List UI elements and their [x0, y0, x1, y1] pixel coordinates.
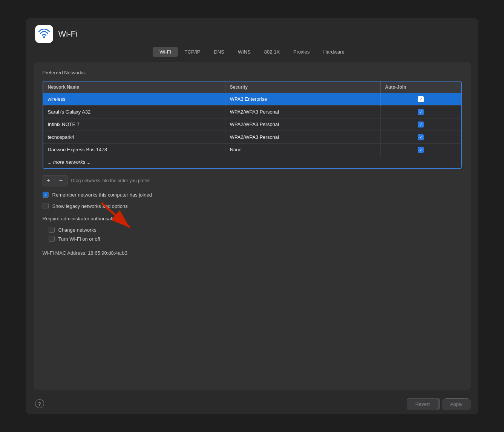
col-network-name: Network Name [43, 81, 225, 93]
network-name-cell: wireless [43, 93, 225, 106]
overflow-hint: ... more networks ... [43, 156, 461, 168]
table-row[interactable]: Daewoo Express Bus-1478None✓ [43, 143, 461, 156]
remember-networks-label: Remember networks this computer has join… [52, 192, 152, 198]
tab-bar: Wi-Fi TCP/IP DNS WINS 802.1X Proxies Har… [26, 47, 478, 57]
title-bar: Wi-Fi [26, 18, 478, 47]
change-networks-row: ✓ Change networks [49, 227, 462, 233]
network-name-cell: Infinix NOTE 7 [43, 118, 225, 131]
turn-wifi-label: Turn Wi-Fi on or off [58, 236, 100, 242]
network-table: Network Name Security Auto-Join wireless… [43, 81, 461, 169]
auto-join-cell: ✓ [380, 143, 461, 156]
mac-address-label: Wi-Fi MAC Address: [43, 250, 88, 256]
security-cell: WPA3 Enterprise [225, 93, 380, 106]
remember-networks-row: ✓ Remember networks this computer has jo… [43, 192, 462, 198]
auto-join-checkbox[interactable]: ✓ [418, 121, 424, 128]
mac-address-value: 18:65:90:d8:4a:b3 [88, 250, 127, 256]
add-network-button[interactable]: + [43, 175, 55, 186]
table-row[interactable]: Infinix NOTE 7WPA2/WPA3 Personal✓ [43, 118, 461, 131]
auto-join-cell: ✓ [380, 106, 461, 118]
security-cell: WPA2/WPA3 Personal [225, 131, 380, 144]
show-legacy-label: Show legacy networks and options [52, 203, 128, 209]
network-name-cell: tecnospark4 [43, 131, 225, 144]
outer-bottom-bar: Revert Apply [400, 394, 478, 414]
tab-wifi[interactable]: Wi-Fi [153, 47, 178, 57]
security-cell: None [225, 143, 380, 156]
drag-hint: Drag networks into the order you prefer. [71, 178, 151, 183]
change-networks-checkbox[interactable]: ✓ [49, 227, 55, 233]
auto-join-checkbox[interactable]: ✓ [418, 134, 424, 140]
main-window: Wi-Fi Wi-Fi TCP/IP DNS WINS 802.1X Proxi… [26, 18, 478, 414]
auto-join-checkbox[interactable]: ✓ [418, 109, 424, 115]
tab-tcpip[interactable]: TCP/IP [178, 47, 207, 57]
col-security: Security [225, 81, 380, 93]
tab-wins[interactable]: WINS [231, 47, 257, 57]
turn-wifi-row: ✓ Turn Wi-Fi on or off [49, 236, 462, 242]
svg-point-0 [43, 36, 45, 38]
table-header-row: Network Name Security Auto-Join [43, 81, 461, 93]
table-controls: + − Drag networks into the order you pre… [43, 175, 462, 186]
security-cell: WPA2/WPA3 Personal [225, 118, 380, 131]
network-name-cell: Daewoo Express Bus-1478 [43, 143, 225, 156]
mac-address-row: Wi-Fi MAC Address: 18:65:90:d8:4a:b3 [43, 250, 462, 256]
table-row[interactable]: wirelessWPA3 Enterprise✓ [43, 93, 461, 106]
turn-wifi-checkbox[interactable]: ✓ [49, 236, 55, 242]
table-overflow-row: ... more networks ... [43, 156, 461, 168]
auto-join-checkbox[interactable]: ✓ [418, 96, 424, 102]
tab-hardware[interactable]: Hardware [316, 47, 351, 57]
table-row[interactable]: tecnospark4WPA2/WPA3 Personal✓ [43, 131, 461, 144]
window-title: Wi-Fi [58, 29, 78, 39]
content-area: Preferred Networks: Network Name Securit… [34, 62, 471, 390]
auto-join-cell: ✓ [380, 118, 461, 131]
network-name-cell: Sarah's Galaxy A32 [43, 106, 225, 118]
admin-options: ✓ Change networks ✓ Turn Wi-Fi on or off [49, 227, 462, 242]
help-button[interactable]: ? [35, 399, 44, 408]
remember-networks-checkbox[interactable]: ✓ [43, 192, 49, 198]
auto-join-checkbox[interactable]: ✓ [418, 147, 424, 153]
security-cell: WPA2/WPA3 Personal [225, 106, 380, 118]
remove-network-button[interactable]: − [55, 175, 67, 186]
preferred-networks-label: Preferred Networks: [43, 70, 462, 75]
auto-join-cell: ✓ [380, 131, 461, 144]
tab-proxies[interactable]: Proxies [286, 47, 316, 57]
col-auto-join: Auto-Join [380, 81, 461, 93]
apply-button[interactable]: Apply [442, 399, 471, 410]
revert-button[interactable]: Revert [407, 399, 438, 410]
network-table-wrapper: Network Name Security Auto-Join wireless… [43, 81, 462, 169]
auto-join-cell: ✓ [380, 93, 461, 106]
table-row[interactable]: Sarah's Galaxy A32WPA2/WPA3 Personal✓ [43, 106, 461, 118]
change-networks-label: Change networks [58, 227, 97, 233]
add-remove-buttons: + − [43, 175, 67, 186]
tab-8021x[interactable]: 802.1X [257, 47, 286, 57]
tab-dns[interactable]: DNS [207, 47, 231, 57]
wifi-app-icon [35, 25, 53, 43]
show-legacy-row: ✓ Show legacy networks and options [43, 203, 462, 209]
admin-section-label: Require administrator authorisation to: [43, 216, 462, 221]
show-legacy-checkbox[interactable]: ✓ [43, 203, 49, 209]
